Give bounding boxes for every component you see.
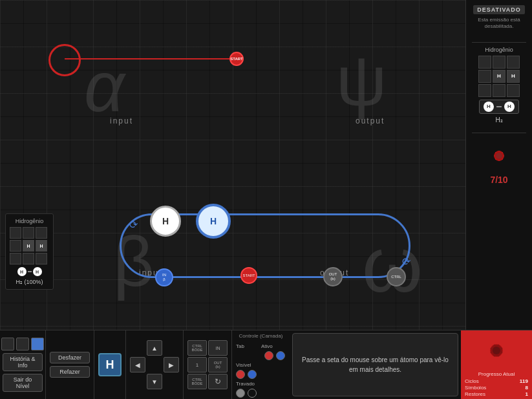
func-btn-func1[interactable]: 1 (187, 357, 207, 372)
arrow-right-button[interactable]: ▶ (164, 357, 179, 372)
disabled-badge: DESATIVADO (473, 5, 525, 14)
exit-button[interactable]: Sair do Nível (3, 374, 43, 392)
toolbar-left-section: História & Info Sair do Nível (0, 330, 45, 399)
arrow-empty (164, 340, 179, 356)
svg-point-8 (496, 153, 502, 159)
arrow-empty (130, 340, 145, 356)
arrow-down-button[interactable]: ▼ (147, 374, 162, 389)
right-panel: DESATIVADO Esta emissão está desabilitad… (465, 0, 532, 330)
redo-button[interactable]: Refazer (50, 366, 90, 378)
visivel-row: Visível (236, 362, 286, 368)
ativo-label: Tab (236, 343, 259, 349)
mol-cell (507, 56, 520, 69)
connector-out[interactable]: OUT(b) (323, 267, 343, 286)
mol-cell-active: H (507, 70, 520, 83)
right-h-atom-right: H (504, 102, 515, 112)
blue-waldo-label: H (210, 216, 217, 226)
connector-in-beta[interactable]: INβ (155, 268, 173, 286)
control-panel-title: Controle (Camada) (236, 333, 286, 339)
flower-icon (483, 140, 515, 172)
undo-button[interactable]: Desfazer (50, 352, 90, 363)
panel-divider (472, 42, 527, 43)
mini-buttons-row (1, 338, 44, 350)
arrow-empty (164, 374, 179, 389)
swatch-active-blue[interactable] (276, 351, 285, 360)
arrow-up-button[interactable]: ▲ (147, 340, 162, 356)
ativo-row: Tab Ativo (236, 343, 286, 349)
cycles-value: 119 (520, 378, 528, 384)
visivel-swatches (236, 370, 286, 379)
arrow-center (147, 357, 162, 372)
control-panel: Controle (Camada) Tab Ativo Visível Trav… (231, 330, 290, 399)
grid-cell: H (36, 240, 47, 252)
right-bond-line (496, 106, 502, 107)
func-btn-ctrl2[interactable]: CTRLBÓDE (187, 374, 207, 389)
red-start-label: START (230, 57, 243, 61)
swatch-locked-gray[interactable] (236, 389, 245, 398)
travado-swatches (236, 389, 286, 398)
cycles-row: Ciclos 119 (465, 378, 528, 384)
arrow-empty (130, 374, 145, 389)
grid-cell (23, 227, 34, 239)
left-panel-label: Hidrogênio (10, 218, 49, 224)
grid-cell: H (23, 240, 34, 252)
travado-row: Travado (236, 381, 286, 387)
cycles-label: Ciclos (465, 378, 479, 384)
ativo-swatches (236, 351, 286, 360)
mini-btn-3[interactable] (31, 338, 44, 350)
symbols-label: Símbolos (465, 385, 486, 391)
mini-btn-2[interactable] (16, 338, 29, 350)
panel-divider-2 (472, 133, 527, 133)
mol-cell (478, 84, 491, 97)
grid-cell (10, 227, 21, 239)
mol-cell (478, 70, 491, 83)
arrow-pad-section: ▲ ◀ ▶ ▼ (125, 330, 183, 399)
mini-btn-1[interactable] (1, 338, 14, 350)
h-element-button[interactable]: H (98, 353, 122, 376)
element-section: H (94, 330, 125, 399)
blue-waldo-node[interactable]: H (196, 204, 231, 239)
swatch-visible-blue[interactable] (248, 370, 257, 379)
mol-cell (493, 56, 505, 69)
travado-label: Travado (236, 381, 259, 387)
grid-cell (10, 253, 21, 264)
swatch-active-red[interactable] (264, 351, 273, 360)
blue-arrow-right: ⟳ (402, 255, 410, 268)
grid-cell (36, 253, 47, 264)
mol-cell-active: H (493, 70, 505, 83)
formula-label: H₂ (495, 116, 502, 124)
left-molecule-grid: H H (10, 227, 49, 264)
zone-label-input-top: input (110, 116, 133, 125)
restores-value: 1 (526, 391, 528, 397)
func-btn-out[interactable]: OUT(b) (208, 357, 228, 372)
svg-point-17 (493, 347, 500, 354)
h-bond-display: H H (479, 100, 519, 114)
func-btn-in[interactable]: IN (208, 340, 228, 356)
white-waldo-label: H (162, 216, 169, 226)
left-formula-label: H₂ (100%) (10, 279, 49, 285)
connector-ctrl[interactable]: CTRL (387, 267, 406, 286)
stats-flower-icon (479, 333, 515, 369)
red-start-node[interactable]: START (229, 52, 244, 66)
history-button[interactable]: História & Info (3, 353, 43, 371)
ativo-label2: Ativo (261, 343, 284, 349)
restores-row: Restores 1 (465, 391, 528, 397)
connector-start[interactable]: START (240, 267, 257, 284)
red-circuit-line (65, 58, 242, 59)
molecule-grid: H H (478, 56, 520, 97)
white-waldo-node[interactable]: H (150, 206, 181, 237)
visivel-label: Visível (236, 362, 259, 368)
grid-cell (23, 253, 34, 264)
main-grid-area[interactable]: α ψ β ω input output input output START … (0, 0, 465, 330)
func-btn-rotate[interactable]: ↻ (208, 374, 228, 389)
swatch-locked-outline[interactable] (248, 389, 257, 398)
restores-label: Restores (465, 391, 485, 397)
stats-panel: Progresso Atual Ciclos 119 Símbolos 8 Re… (461, 330, 532, 399)
zone-label-output-top: output (356, 116, 385, 125)
connector-out-label: OUT(b) (329, 272, 337, 281)
mol-cell (478, 56, 491, 69)
swatch-visible-red[interactable] (236, 370, 245, 379)
func-buttons-section: CTRLBÓDE IN 1 OUT(b) CTRLBÓDE ↻ (183, 330, 231, 399)
func-btn-ctrl[interactable]: CTRLBÓDE (187, 340, 207, 356)
arrow-left-button[interactable]: ◀ (130, 357, 145, 372)
